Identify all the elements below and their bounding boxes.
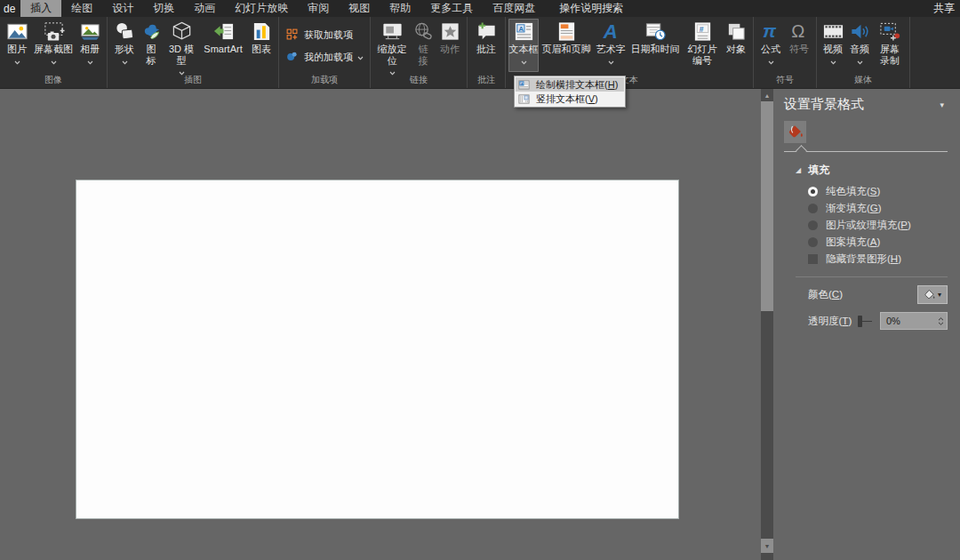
smartart-button[interactable]: SmartArt (199, 19, 247, 72)
transparency-slider[interactable] (858, 316, 874, 327)
smartart-icon (212, 20, 235, 43)
spinner[interactable] (938, 317, 944, 325)
menu-item-1[interactable]: 竖排文本框(V) (516, 92, 624, 106)
equation-icon: π (760, 20, 782, 43)
my-addins-button[interactable]: 我的加载项 (285, 50, 364, 64)
textbox-button[interactable]: A文本框 (508, 19, 539, 72)
spinner-down-icon (938, 322, 944, 325)
transparency-value: 0% (886, 316, 938, 326)
ribbon-tab-bar: de 插入绘图设计切换动画幻灯片放映审阅视图帮助更多工具百度网盘 操作说明搜索 … (0, 0, 960, 17)
zoom-button[interactable]: 缩放定 位 (373, 19, 411, 72)
picture-button[interactable]: 图片 (3, 19, 31, 72)
tab-帮助[interactable]: 帮助 (380, 0, 420, 17)
svg-text:π: π (762, 20, 776, 41)
tab-幻灯片放映[interactable]: 幻灯片放映 (225, 0, 298, 17)
chart-button[interactable]: 图表 (247, 19, 276, 72)
tab-更多工具[interactable]: 更多工具 (420, 0, 483, 17)
section-divider (796, 276, 948, 277)
radio-icon[interactable] (808, 220, 818, 230)
link-icon (412, 20, 435, 43)
scroll-up-icon[interactable]: ▲ (761, 90, 773, 100)
tab-绘图[interactable]: 绘图 (61, 0, 102, 17)
radio-icon[interactable] (808, 187, 818, 196)
scrollbar-thumb[interactable] (761, 101, 773, 311)
chevron-down-icon (357, 52, 364, 62)
tab-切换[interactable]: 切换 (143, 0, 184, 17)
link-button[interactable]: 链 接 (411, 19, 436, 72)
ribbon-group-6: π公式Ω符号符号 (754, 17, 817, 88)
slide-number-button[interactable]: #幻灯片 编号 (683, 19, 722, 72)
3d-model-icon (171, 20, 193, 43)
comment-button[interactable]: 批注 (470, 19, 502, 72)
fill-section-header[interactable]: ◢ 填充 (784, 163, 948, 178)
main-area: ▲ ▼ 设置背景格式 ▾ ◢ 填充 纯色填充(S)渐变填充(G)图片或纹理填充(… (0, 89, 960, 560)
shapes-icon (114, 20, 136, 43)
fill-option-3[interactable]: 图案填充(A) (784, 234, 948, 251)
comment-icon (476, 20, 498, 43)
transparency-input[interactable]: 0% (880, 312, 948, 330)
tab-设计[interactable]: 设计 (102, 0, 143, 17)
transparency-row: 透明度(T) 0% (784, 312, 948, 330)
color-label: 颜色(C) (808, 288, 917, 301)
chevron-down-icon (830, 56, 836, 67)
ribbon-group-1: 形状图 标3D 模 型SmartArt图表插图 (108, 17, 279, 88)
tab-动画[interactable]: 动画 (184, 0, 225, 17)
format-background-pane: 设置背景格式 ▾ ◢ 填充 纯色填充(S)渐变填充(G)图片或纹理填充(P)图案… (773, 89, 960, 560)
object-icon (725, 20, 748, 43)
chevron-down-icon (122, 56, 128, 67)
header-footer-button[interactable]: 页眉和页脚 (539, 19, 594, 72)
fill-option-4[interactable]: 隐藏背景图形(H) (784, 251, 948, 268)
color-picker-button[interactable]: ▾ (917, 285, 948, 304)
equation-button[interactable]: π公式 (756, 19, 785, 72)
chevron-down-icon (608, 56, 614, 67)
get-addins-button[interactable]: 获取加载项 (285, 28, 353, 42)
datetime-button[interactable]: 日期和时间 (628, 19, 683, 72)
ribbon-group-4: 批注批注 (468, 17, 506, 88)
ribbon-group-0: 图片屏幕截图相册图像 (0, 17, 108, 88)
screen-record-button[interactable]: 屏幕 录制 (873, 19, 907, 72)
audio-icon (849, 20, 871, 43)
photo-album-icon (79, 20, 101, 43)
tell-me-search[interactable]: 操作说明搜索 (545, 0, 632, 17)
scroll-down-icon[interactable]: ▼ (761, 539, 773, 553)
vertical-scrollbar[interactable]: ▲ ▼ (761, 89, 773, 560)
shapes-button[interactable]: 形状 (110, 19, 139, 72)
checkbox-icon[interactable] (808, 254, 818, 264)
share-label: 共享 (933, 1, 955, 16)
chevron-down-icon (51, 56, 57, 67)
window-title: de (0, 0, 20, 17)
tab-审阅[interactable]: 审阅 (298, 0, 339, 17)
tab-视图[interactable]: 视图 (339, 0, 380, 17)
ribbon-group-3: 缩放定 位链 接动作链接 (371, 17, 468, 88)
chevron-down-icon (768, 56, 774, 67)
fill-tab-button[interactable] (784, 121, 806, 143)
fill-option-0[interactable]: 纯色填充(S) (784, 183, 948, 200)
video-button[interactable]: 视频 (820, 19, 846, 72)
fill-option-1[interactable]: 渐变填充(G) (784, 200, 948, 217)
pane-options-caret-icon[interactable]: ▾ (940, 100, 948, 109)
fill-option-2[interactable]: 图片或纹理填充(P) (784, 217, 948, 234)
h-textbox-icon: A (518, 79, 530, 91)
icons-button[interactable]: 图 标 (139, 19, 164, 72)
svg-text:A: A (521, 81, 524, 85)
tab-百度网盘[interactable]: 百度网盘 (483, 0, 545, 17)
object-button[interactable]: 对象 (722, 19, 750, 72)
slider-thumb[interactable] (858, 316, 862, 327)
section-expand-icon: ◢ (796, 166, 801, 174)
radio-icon[interactable] (808, 204, 818, 213)
symbol-button[interactable]: Ω符号 (785, 19, 813, 72)
3d-model-button[interactable]: 3D 模 型 (164, 19, 199, 72)
wordart-icon: A (600, 20, 622, 43)
screenshot-button[interactable]: 屏幕截图 (31, 19, 76, 72)
audio-button[interactable]: 音频 (846, 19, 873, 72)
wordart-button[interactable]: A艺术字 (594, 19, 628, 72)
photo-album-button[interactable]: 相册 (76, 19, 104, 72)
menu-item-0[interactable]: A绘制横排文本框(H) (516, 77, 624, 92)
action-button[interactable]: 动作 (436, 19, 464, 72)
tab-插入[interactable]: 插入 (20, 0, 61, 17)
ribbon-group-7: 视频音频屏幕 录制媒体 (817, 17, 910, 88)
radio-icon[interactable] (808, 237, 818, 247)
share-button[interactable]: 共享 (930, 0, 955, 17)
spinner-up-icon (938, 317, 944, 321)
slide[interactable] (76, 180, 679, 519)
